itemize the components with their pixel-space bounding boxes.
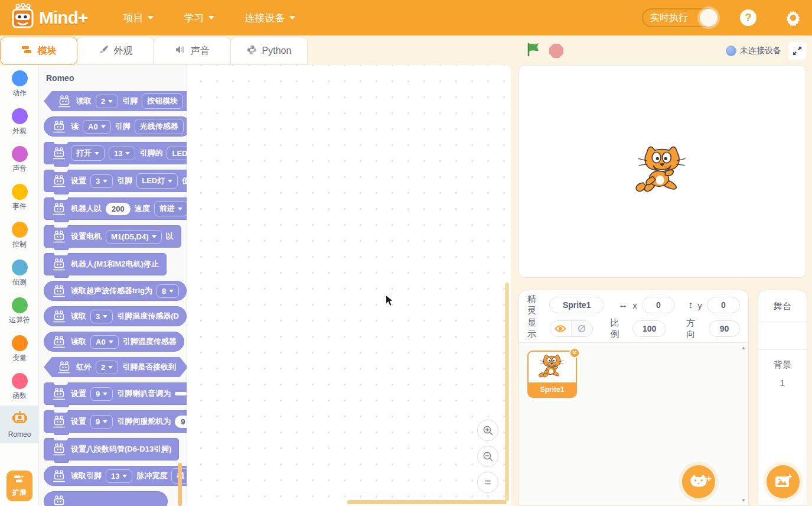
block-dropdown[interactable]: 9 [90,415,113,429]
workspace-horizontal-scrollbar[interactable] [347,500,507,504]
green-flag-icon[interactable] [526,42,541,60]
palette-block[interactable]: 读取3引脚温度传感器(D [44,306,187,326]
palette-scrollbar[interactable] [178,463,182,506]
sidebar-item-sound[interactable]: 声音 [0,141,39,179]
tab-声音[interactable]: 声音 [154,37,231,65]
palette-block[interactable]: 机器人(M1和M2电机)停止 [44,253,167,275]
script-workspace[interactable] [187,65,511,506]
block-dropdown[interactable]: A0 [83,120,111,134]
menu-0[interactable]: 项目 [123,11,154,25]
sidebar-item-control[interactable]: 控制 [0,216,39,254]
editor-tab-bar: 模块外观声音Python [0,37,307,65]
palette-block[interactable]: 打开13引脚的LED [44,142,187,164]
block-dropdown[interactable]: 2 [96,361,118,374]
menu-1[interactable]: 学习 [184,11,214,25]
realtime-run-toggle[interactable]: 实时执行 [642,8,716,27]
palette-block[interactable]: 设置3引脚LED灯值 [44,170,187,192]
block-dropdown[interactable]: LED [167,147,187,160]
menu-bar: 项目学习连接设备 [123,11,295,25]
block-text: 引脚是否接收到 [122,362,176,372]
palette-block[interactable]: 读取超声波传感器trig为8 [44,281,187,301]
delete-sprite-icon[interactable]: ✕ [569,348,580,358]
category-color-icon [12,70,28,86]
block-dropdown[interactable]: 前进 [154,201,187,216]
help-button[interactable]: ? [740,9,756,26]
palette-block[interactable] [44,491,168,506]
sidebar-item-looks[interactable]: 外观 [0,103,39,141]
block-dropdown[interactable]: LED灯 [136,173,178,189]
x-label: x [632,300,637,310]
sidebar-item-functions[interactable]: 函数 [0,368,39,406]
sidebar-item-sensing[interactable]: 侦测 [0,254,39,292]
block-input[interactable]: 200 [106,203,131,215]
robot-icon [51,120,67,134]
palette-block[interactable]: 设置电机M1(D5,D4)以 [44,225,181,248]
palette-block[interactable]: 设置9引脚喇叭音调为 [44,382,187,405]
block-dropdown[interactable]: 3 [90,310,113,323]
palette-block[interactable]: 读A0引脚光线传感器 [44,116,187,137]
scale-input[interactable]: 100 [632,320,666,337]
palette-block[interactable]: 设置9引脚伺服舵机为9 [44,410,187,433]
add-extension-button[interactable]: 扩展 [6,471,32,501]
block-dropdown[interactable]: 光线传感器 [135,119,184,134]
sidebar-item-motion[interactable]: 动作 [0,65,39,103]
hide-eye-icon[interactable] [571,321,592,336]
mindplus-logo[interactable]: Mind+ [9,3,88,33]
x-input[interactable]: 0 [642,297,675,313]
sprite-list-scrollbar[interactable]: ▲ ▼ [740,345,747,503]
block-dropdown[interactable]: 8 [156,284,179,298]
block-dropdown[interactable]: 打开 [71,145,105,161]
stage-backdrop-panel[interactable]: 舞台 背景 1 [758,290,807,506]
workspace-vertical-scrollbar[interactable] [505,283,509,501]
sidebar-item-operators[interactable]: 运算符 [0,292,39,330]
zoom-in-button[interactable] [477,420,498,441]
scroll-up-icon[interactable]: ▲ [741,345,746,351]
scroll-down-icon[interactable]: ▼ [741,498,746,503]
block-dropdown[interactable]: 3 [90,174,113,188]
block-dropdown[interactable]: 9 [90,387,113,401]
settings-gear-icon[interactable] [785,9,801,26]
tab-模块[interactable]: 模块 [0,37,77,65]
sprite-thumbnail[interactable]: Sprite1✕ [527,351,577,398]
zoom-out-button[interactable] [477,446,498,467]
stage[interactable] [518,65,806,278]
block-dropdown[interactable]: 2 [96,95,118,108]
category-color-icon [12,335,28,351]
toggle-knob[interactable] [700,9,718,27]
tab-Python[interactable]: Python [230,37,308,65]
device-status[interactable]: 未连接设备 [726,46,781,56]
palette-block[interactable]: 设置八段数码管(D6-D13引脚) [44,438,179,460]
y-input[interactable]: 0 [707,297,740,313]
block-dropdown[interactable]: 13 [106,469,132,483]
sprite-name-input[interactable]: Sprite1 [549,297,604,313]
block-dropdown[interactable]: A0 [90,335,119,349]
block-dropdown[interactable]: 13 [109,147,135,160]
block-input[interactable]: 9 [175,416,187,428]
palette-block[interactable]: 读取A0引脚温度传感器 [44,332,184,352]
sidebar-item-romeo[interactable]: Romeo [0,406,39,443]
sidebar-item-variables[interactable]: 变量 [0,330,39,368]
chevron-down-icon [94,152,99,155]
menu-2[interactable]: 连接设备 [245,11,295,25]
toggle-label: 实时执行 [650,12,688,24]
add-sprite-button[interactable]: + [682,465,715,498]
palette-block[interactable]: 机器人以200速度前进 [44,197,187,220]
block-dropdown[interactable]: M1(D5,D4) [106,230,162,244]
chevron-down-icon [152,235,156,238]
palette-block[interactable]: 红外2引脚是否接收到 [44,357,187,377]
block-dropdown[interactable]: 按钮模块 [142,93,183,109]
block-input[interactable] [175,392,187,395]
palette-block[interactable]: 读取2引脚按钮模块 [44,91,187,111]
fullscreen-icon[interactable] [788,42,806,60]
chevron-down-icon [208,16,214,20]
stop-sign-icon[interactable] [549,44,563,58]
sidebar-item-events[interactable]: 事件 [0,179,39,216]
add-backdrop-button[interactable] [767,465,800,498]
scale-label: 比例 [611,317,628,340]
show-eye-icon[interactable] [550,321,571,336]
direction-input[interactable]: 90 [709,320,740,337]
tab-外观[interactable]: 外观 [77,37,154,65]
palette-block[interactable]: 读取引脚13脉冲宽度模 [44,466,187,486]
scratch-cat[interactable] [632,144,693,199]
zoom-reset-button[interactable] [477,472,498,493]
